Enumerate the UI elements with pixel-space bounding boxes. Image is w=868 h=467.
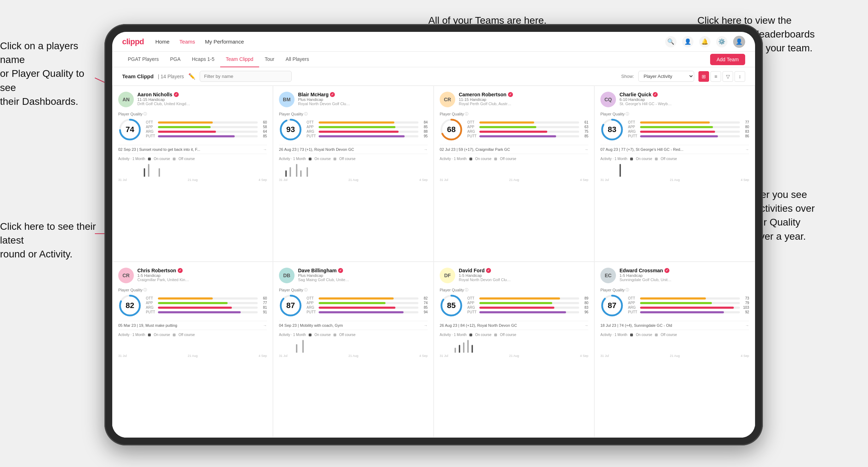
player-header: DB Dave Billingham ✓ Plus Handicap Sag M… <box>279 268 428 283</box>
player-card[interactable]: CQ Charlie Quick ✓ 6-10 Handicap St. Geo… <box>594 86 755 262</box>
tab-team-clippd[interactable]: Team Clippd <box>220 52 259 67</box>
player-card[interactable]: DF David Ford ✓ 1-5 Handicap Royal North… <box>434 262 594 438</box>
player-name[interactable]: Aaron Nicholls ✓ <box>137 92 267 97</box>
player-card[interactable]: AN Aaron Nicholls ✓ 11-15 Handicap Drift… <box>112 86 273 262</box>
player-club: Royal Perth Golf Club, Australia <box>459 102 512 106</box>
bar-fill <box>158 135 235 137</box>
quality-circle[interactable]: 93 <box>279 118 302 141</box>
on-course-dot <box>469 158 472 160</box>
player-card[interactable]: DB Dave Billingham ✓ Plus Handicap Sag M… <box>273 262 434 438</box>
player-name[interactable]: Edward Crossman ✓ <box>619 268 749 273</box>
player-name[interactable]: Cameron Robertson ✓ <box>459 92 588 97</box>
activity-label: Activity · 1 Month On course Off course <box>600 157 749 161</box>
activity-label: Activity · 1 Month On course Off course <box>440 157 588 161</box>
brand-logo[interactable]: clippd <box>122 37 144 46</box>
activity-section: Activity · 1 Month On course Off course … <box>279 333 428 358</box>
edit-icon[interactable]: ✏️ <box>188 73 195 80</box>
notification-icon[interactable]: 🔔 <box>699 36 710 47</box>
bar-value: 80 <box>741 125 749 129</box>
quality-circle[interactable]: 85 <box>440 294 463 317</box>
bar-label-app: APP <box>467 301 478 305</box>
nav-my-performance[interactable]: My Performance <box>205 39 244 45</box>
latest-round[interactable]: 02 Jul 23 | 59 (+17), Craigmillar Park G… <box>440 145 588 154</box>
bar-fill <box>158 126 211 128</box>
tab-pgat-players[interactable]: PGAT Players <box>122 52 164 67</box>
quality-label: Player Quality ⓘ <box>279 287 428 292</box>
date-end: 4 Sep <box>258 354 267 358</box>
activity-bars <box>440 338 588 353</box>
player-name[interactable]: Chris Robertson ✓ <box>137 268 267 273</box>
activity-chart: 31 Jul 21 Aug 4 Sep <box>600 338 749 358</box>
profile-icon[interactable]: 👤 <box>682 36 693 47</box>
player-card[interactable]: BM Blair McHarg ✓ Plus Handicap Royal No… <box>273 86 434 262</box>
player-name[interactable]: David Ford ✓ <box>459 268 588 273</box>
bar-label-app: APP <box>146 125 156 129</box>
tab-pga[interactable]: PGA <box>164 52 186 67</box>
player-name[interactable]: Dave Billingham ✓ <box>298 268 428 273</box>
show-select[interactable]: Player Activity Quality Score Trend <box>638 71 694 82</box>
player-info: David Ford ✓ 1-5 Handicap Royal North De… <box>459 268 588 282</box>
quality-bars: OTT 73 APP 79 ARG <box>628 296 749 315</box>
bar-label-putt: PUTT <box>307 134 317 138</box>
tab-all-players[interactable]: All Players <box>280 52 315 67</box>
bar-fill <box>319 311 404 313</box>
bar-value: 60 <box>259 120 267 124</box>
filter-button[interactable]: ▽ <box>723 71 733 82</box>
nav-teams[interactable]: Teams <box>179 39 195 45</box>
player-card[interactable]: EC Edward Crossman ✓ 1-5 Handicap Sunnin… <box>594 262 755 438</box>
on-course-label: On course <box>154 157 170 161</box>
latest-round[interactable]: 07 Aug 23 | 77 (+7), St George's Hill GC… <box>600 145 749 154</box>
quality-circle[interactable]: 68 <box>440 118 463 141</box>
activity-chart: 31 Jul 21 Aug 4 Sep <box>118 162 267 182</box>
quality-circle[interactable]: 87 <box>279 294 302 317</box>
latest-round[interactable]: 04 Sep 23 | Mobility with coach, Gym → <box>279 321 428 330</box>
bar-row-app: APP 58 <box>146 125 267 129</box>
tab-tour[interactable]: Tour <box>259 52 280 67</box>
player-name[interactable]: Charlie Quick ✓ <box>619 92 749 97</box>
quality-circle[interactable]: 82 <box>118 294 142 317</box>
bar-label-ott: OTT <box>628 296 639 300</box>
latest-round[interactable]: 02 Sep 23 | Sunset round to get back int… <box>118 145 267 154</box>
search-input[interactable] <box>200 71 292 82</box>
bar-fill <box>640 307 734 309</box>
bar-label-putt: PUTT <box>467 134 478 138</box>
bar-row-app: APP 63 <box>467 125 588 129</box>
settings-icon[interactable]: ⚙️ <box>716 36 727 47</box>
player-name[interactable]: Blair McHarg ✓ <box>298 92 428 97</box>
quality-circle[interactable]: 74 <box>118 118 142 141</box>
quality-circle[interactable]: 87 <box>600 294 624 317</box>
off-course-dot <box>173 334 176 336</box>
latest-round[interactable]: 05 Mar 23 | 19, Must make putting → <box>118 321 267 330</box>
user-avatar[interactable]: 👤 <box>733 36 745 48</box>
player-card[interactable]: CR Cameron Robertson ✓ 11-15 Handicap Ro… <box>434 86 594 262</box>
player-grid: AN Aaron Nicholls ✓ 11-15 Handicap Drift… <box>112 86 755 438</box>
player-header: CQ Charlie Quick ✓ 6-10 Handicap St. Geo… <box>600 92 749 107</box>
nav-home[interactable]: Home <box>155 39 170 45</box>
grid-view-button[interactable]: ⊞ <box>698 71 709 82</box>
latest-round[interactable]: 26 Aug 23 | 84 (+12), Royal North Devon … <box>440 321 588 330</box>
arrow-icon: → <box>745 323 749 328</box>
bar-track <box>640 135 740 137</box>
date-start: 31 Jul <box>440 178 448 182</box>
bar-row-ott: OTT 61 <box>467 120 588 124</box>
bar-track <box>640 297 740 300</box>
player-card[interactable]: CR Chris Robertson ✓ 1-5 Handicap Craigm… <box>112 262 273 438</box>
search-icon[interactable]: 🔍 <box>665 36 676 47</box>
player-handicap: 6-10 Handicap <box>619 97 749 102</box>
date-end: 4 Sep <box>580 354 588 358</box>
bar-label-putt: PUTT <box>307 310 317 314</box>
latest-round[interactable]: 26 Aug 23 | 73 (+1), Royal North Devon G… <box>279 145 428 154</box>
activity-chart: 31 Jul 21 Aug 4 Sep <box>600 162 749 182</box>
bar-value: 60 <box>259 296 267 300</box>
bar-label-putt: PUTT <box>467 310 478 314</box>
add-team-button[interactable]: Add Team <box>710 54 745 65</box>
date-start: 31 Jul <box>279 354 287 358</box>
quality-circle[interactable]: 83 <box>600 118 624 141</box>
bar-row-putt: PUTT 85 <box>146 134 267 138</box>
sort-button[interactable]: ↕ <box>735 71 745 82</box>
bar-label-app: APP <box>307 301 317 305</box>
tab-hcaps[interactable]: Hcaps 1-5 <box>186 52 220 67</box>
list-view-button[interactable]: ≡ <box>710 71 721 82</box>
latest-round[interactable]: 18 Jul 23 | 74 (+4), Sunningdale GC - Ol… <box>600 321 749 330</box>
quality-number: 68 <box>447 125 456 134</box>
